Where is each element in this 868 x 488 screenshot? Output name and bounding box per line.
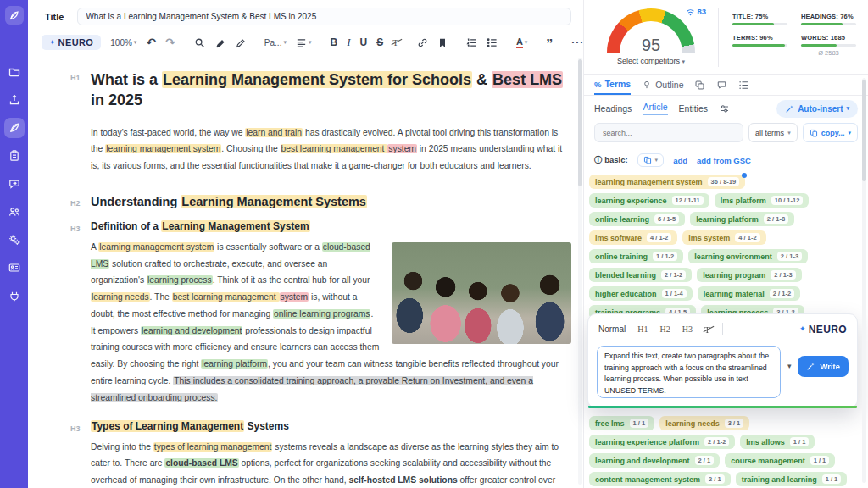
clear-format-button[interactable]: T [392, 37, 398, 47]
neuro-logo: ✦ NEURO [799, 324, 847, 336]
write-button[interactable]: Write [798, 356, 849, 377]
term-chip[interactable]: lms platform10 / 1-12 [715, 193, 810, 208]
redo-button[interactable]: ↷ [165, 36, 175, 49]
term-chip[interactable]: lms software4 / 1-2 [589, 230, 677, 245]
ai-prompt-input[interactable]: Expand this text, create two paragraphs … [597, 346, 781, 398]
term-chip[interactable]: online training1 / 1-2 [589, 249, 683, 263]
term-chip[interactable]: blended learning2 / 1-2 [589, 268, 692, 282]
prompt-options-dropdown[interactable]: ▾ [785, 358, 794, 374]
score-stat: TERMS: 96% [732, 34, 787, 57]
term-chip[interactable]: learning program2 / 1-3 [697, 268, 801, 282]
sidebar-item-team[interactable] [4, 202, 25, 222]
term-count-badge: 1 / 1 [790, 437, 810, 446]
format-h1[interactable]: H1 [637, 324, 648, 334]
panel-scrollbar[interactable] [862, 78, 866, 483]
article-image[interactable] [392, 242, 571, 344]
plug-icon [8, 289, 21, 302]
term-chip[interactable]: learning environment2 / 1-3 [688, 249, 808, 263]
term-chip[interactable]: learning experience platform2 / 1-2 [589, 435, 735, 449]
pencil-button[interactable] [235, 37, 246, 48]
heading-level-label: H1 [70, 69, 91, 111]
subtab-entities[interactable]: Entities [679, 103, 708, 114]
sidebar-item-projects[interactable] [4, 62, 25, 82]
paragraph-style-select[interactable]: Pa...▾ [264, 38, 287, 47]
term-chip[interactable]: learning management system36 / 8-19 [589, 175, 745, 189]
questions-button[interactable] [716, 80, 727, 91]
term-chip[interactable]: learning experience12 / 1-11 [589, 193, 709, 208]
plain-text: is essentially software or a [214, 242, 321, 252]
ordered-list-icon [466, 37, 477, 48]
term-text: learning experience platform [595, 438, 699, 446]
subtab-article[interactable]: Article [643, 102, 667, 115]
title-row: Title [28, 0, 583, 29]
bookmark-button[interactable] [437, 37, 448, 48]
underline-button[interactable]: U [359, 36, 367, 48]
term-chip[interactable]: lms allows1 / 1 [740, 435, 815, 449]
zoom-select[interactable]: 100%▾ [110, 38, 136, 47]
auto-insert-button[interactable]: Auto-insert▾ [776, 100, 858, 118]
sidebar-item-writer[interactable] [4, 118, 25, 138]
term-text: training and learning [742, 475, 817, 484]
bold-button[interactable]: B [330, 36, 337, 48]
sidebar-item-chat[interactable] [4, 174, 25, 194]
subtab-headings[interactable]: Headings [594, 103, 632, 114]
select-competitors-dropdown[interactable]: Select competitors ▾ [584, 57, 718, 65]
compare-button[interactable] [694, 80, 705, 91]
title-input[interactable] [77, 8, 571, 25]
tab-terms[interactable]: % Terms [594, 75, 631, 95]
sidebar-item-account[interactable] [4, 258, 25, 278]
term-chip[interactable]: higher education1 / 1-4 [589, 286, 693, 301]
term-chip[interactable]: content management system2 / 1 [589, 472, 731, 486]
terms-search-input[interactable] [594, 123, 743, 142]
copy-icon [810, 129, 818, 137]
document-body[interactable]: H1 What is a Learning Management System … [28, 56, 583, 488]
search-button[interactable] [194, 37, 205, 48]
format-h2[interactable]: H2 [659, 324, 670, 334]
text-color-select[interactable]: A▾ [516, 36, 527, 48]
link-icon [417, 37, 428, 48]
strikethrough-button[interactable]: S [376, 36, 383, 48]
term-chip[interactable]: lms system4 / 1-2 [682, 230, 765, 245]
plain-text: Definition of a [91, 220, 161, 232]
term-chip[interactable]: learning needs3 / 1 [659, 416, 749, 430]
ordered-list-button[interactable] [466, 37, 477, 48]
term-chip[interactable]: training and learning1 / 1 [736, 472, 848, 486]
align-select[interactable]: ▾ [296, 37, 312, 48]
sidebar-item-tasks[interactable] [4, 146, 25, 166]
term-chip[interactable]: learning and development2 / 1 [589, 453, 720, 468]
undo-button[interactable]: ↶ [146, 36, 156, 49]
term-count-badge: 1 / 1 [810, 456, 830, 465]
app-logo[interactable] [5, 6, 24, 25]
link-button[interactable] [417, 37, 428, 48]
editor-scrollbar[interactable] [578, 58, 582, 485]
document-h1: What is a Learning Management System for… [91, 69, 571, 111]
bullet-list-button[interactable] [487, 37, 498, 48]
blockquote-button[interactable]: ” [546, 36, 553, 48]
term-count-badge: 2 / 1 [705, 474, 725, 484]
term-chip[interactable]: free lms1 / 1 [589, 416, 654, 430]
highlighter-button[interactable] [214, 37, 225, 48]
term-text: lms system [688, 234, 730, 242]
popup-format-bar: Normal H1 H2 H3 T ✦ NEURO [588, 314, 857, 346]
add-term-link[interactable]: add [673, 156, 687, 165]
sidebar-item-share[interactable] [4, 90, 25, 110]
format-h3[interactable]: H3 [682, 324, 693, 334]
sidebar-item-settings[interactable] [4, 230, 25, 250]
format-normal[interactable]: Normal [598, 324, 626, 334]
gears-icon [8, 233, 21, 247]
term-chip[interactable]: learning material2 / 1-2 [698, 286, 800, 301]
sidebar-item-integrations[interactable] [4, 286, 25, 306]
filter-icon[interactable] [719, 103, 730, 114]
terms-filter-dropdown[interactable]: all terms▾ [748, 123, 798, 142]
term-chip[interactable]: online learning6 / 1-5 [589, 212, 685, 226]
italic-button[interactable]: I [347, 36, 350, 49]
clear-format-icon[interactable]: T [704, 324, 710, 335]
term-chip[interactable]: course management1 / 1 [725, 453, 835, 468]
neuro-brand-chip[interactable]: ✦ NEURO [42, 35, 101, 50]
copy-variant-dropdown[interactable]: ▾ [637, 153, 665, 167]
tab-outline[interactable]: Outline [642, 75, 683, 95]
term-chip[interactable]: learning platform2 / 1-8 [690, 212, 794, 226]
copy-terms-button[interactable]: copy...▾ [803, 123, 858, 142]
checklist-button[interactable] [738, 80, 749, 91]
add-from-gsc-link[interactable]: add from GSC [697, 156, 751, 165]
